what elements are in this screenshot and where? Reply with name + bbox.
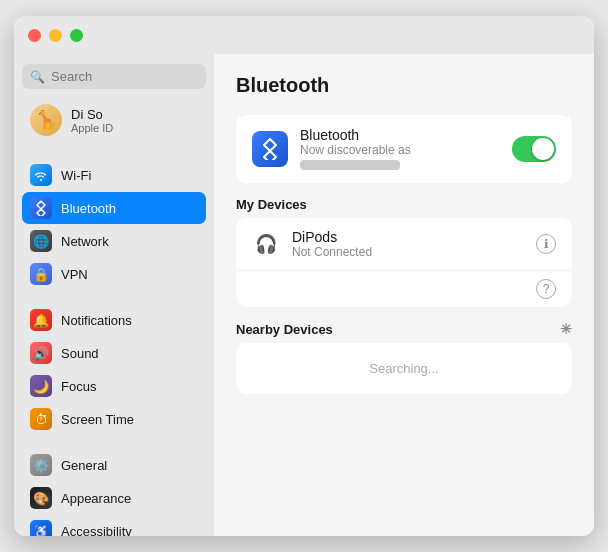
sidebar-item-focus[interactable]: 🌙 Focus	[22, 370, 206, 402]
searching-text: Searching...	[236, 343, 572, 394]
bluetooth-device-name-redacted	[300, 160, 400, 170]
sound-icon: 🔊	[30, 342, 52, 364]
sidebar-item-label-vpn: VPN	[61, 267, 88, 282]
sidebar-item-label-appearance: Appearance	[61, 491, 131, 506]
sidebar-item-network[interactable]: 🌐 Network	[22, 225, 206, 257]
bluetooth-main-icon	[252, 131, 288, 167]
appearance-icon: 🎨	[30, 487, 52, 509]
search-icon: 🔍	[30, 70, 45, 84]
sidebar-item-label-network: Network	[61, 234, 109, 249]
sidebar-item-screentime[interactable]: ⏱ Screen Time	[22, 403, 206, 435]
bluetooth-toggle[interactable]	[512, 136, 556, 162]
bluetooth-icon	[30, 197, 52, 219]
sidebar-item-label-accessibility: Accessibility	[61, 524, 132, 537]
user-subtitle: Apple ID	[71, 122, 113, 134]
content-area: 🔍 🦒 Di So Apple ID	[14, 54, 594, 536]
device-info-dipods: DiPods Not Connected	[292, 229, 524, 259]
bluetooth-label: Bluetooth	[300, 127, 500, 143]
sidebar-item-label-general: General	[61, 458, 107, 473]
my-devices-card: 🎧 DiPods Not Connected ℹ ?	[236, 218, 572, 307]
search-input[interactable]	[51, 69, 198, 84]
device-name-dipods: DiPods	[292, 229, 524, 245]
device-info-button[interactable]: ℹ	[536, 234, 556, 254]
toggle-knob	[532, 138, 554, 160]
maximize-button[interactable]	[70, 29, 83, 42]
question-row: ?	[236, 271, 572, 307]
bluetooth-row: Bluetooth Now discoverable as	[236, 115, 572, 183]
sidebar-section-connectivity: Wi-Fi Bluetooth 🌐 Network 🔒 VPN	[22, 159, 206, 290]
help-button[interactable]: ?	[536, 279, 556, 299]
general-icon: ⚙️	[30, 454, 52, 476]
user-name: Di So	[71, 107, 113, 122]
user-section[interactable]: 🦒 Di So Apple ID	[22, 99, 206, 141]
accessibility-icon: ♿	[30, 520, 52, 536]
nearby-devices-label: Nearby Devices	[236, 322, 333, 337]
notifications-icon: 🔔	[30, 309, 52, 331]
wifi-icon	[30, 164, 52, 186]
sidebar-item-accessibility[interactable]: ♿ Accessibility	[22, 515, 206, 536]
page-title: Bluetooth	[236, 74, 572, 97]
minimize-button[interactable]	[49, 29, 62, 42]
device-row-dipods: 🎧 DiPods Not Connected ℹ	[236, 218, 572, 271]
sidebar-item-sound[interactable]: 🔊 Sound	[22, 337, 206, 369]
avatar: 🦒	[30, 104, 62, 136]
sidebar-section-prefs: ⚙️ General 🎨 Appearance ♿ Accessibility …	[22, 449, 206, 536]
focus-icon: 🌙	[30, 375, 52, 397]
nearby-devices-card: Searching...	[236, 343, 572, 394]
search-bar[interactable]: 🔍	[22, 64, 206, 89]
searching-spinner: ✳	[560, 321, 572, 337]
my-devices-label: My Devices	[236, 197, 572, 212]
bluetooth-card: Bluetooth Now discoverable as	[236, 115, 572, 183]
sidebar-item-bluetooth[interactable]: Bluetooth	[22, 192, 206, 224]
device-status-dipods: Not Connected	[292, 245, 524, 259]
nearby-devices-section-header: Nearby Devices ✳	[236, 321, 572, 337]
screentime-icon: ⏱	[30, 408, 52, 430]
system-preferences-window: 🔍 🦒 Di So Apple ID	[14, 16, 594, 536]
sidebar-item-label-wifi: Wi-Fi	[61, 168, 91, 183]
main-content: Bluetooth Bluetooth Now discoverable as	[214, 54, 594, 536]
sidebar-item-vpn[interactable]: 🔒 VPN	[22, 258, 206, 290]
network-icon: 🌐	[30, 230, 52, 252]
device-icon-dipods: 🎧	[252, 233, 280, 255]
sidebar-item-notifications[interactable]: 🔔 Notifications	[22, 304, 206, 336]
sidebar-item-appearance[interactable]: 🎨 Appearance	[22, 482, 206, 514]
bluetooth-subtitle: Now discoverable as	[300, 143, 500, 171]
vpn-icon: 🔒	[30, 263, 52, 285]
bluetooth-info: Bluetooth Now discoverable as	[300, 127, 500, 171]
sidebar: 🔍 🦒 Di So Apple ID	[14, 54, 214, 536]
sidebar-section-system: 🔔 Notifications 🔊 Sound 🌙 Focus ⏱ Screen…	[22, 304, 206, 435]
sidebar-item-label-focus: Focus	[61, 379, 96, 394]
sidebar-item-label-notifications: Notifications	[61, 313, 132, 328]
sidebar-item-wifi[interactable]: Wi-Fi	[22, 159, 206, 191]
sidebar-item-general[interactable]: ⚙️ General	[22, 449, 206, 481]
close-button[interactable]	[28, 29, 41, 42]
sidebar-item-label-sound: Sound	[61, 346, 99, 361]
titlebar	[14, 16, 594, 54]
sidebar-item-label-bluetooth: Bluetooth	[61, 201, 116, 216]
sidebar-item-label-screentime: Screen Time	[61, 412, 134, 427]
